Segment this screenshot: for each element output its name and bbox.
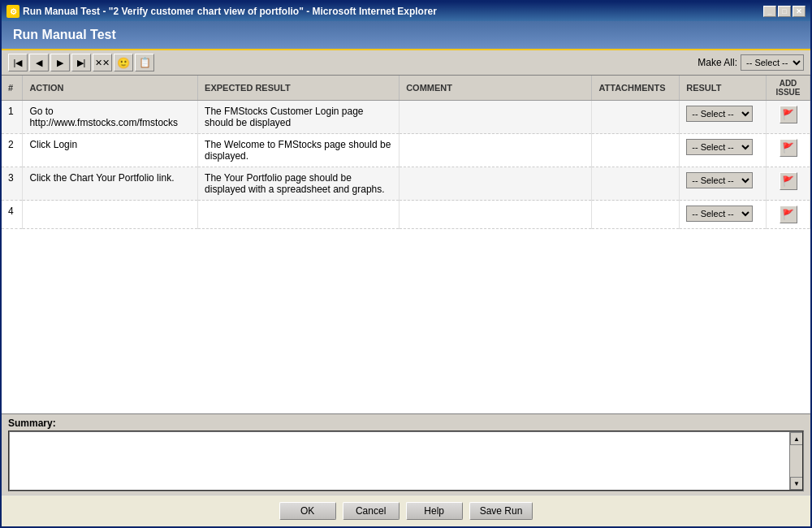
flag-icon: 🚩 xyxy=(782,209,794,220)
window-titlebar: ⚙ Run Manual Test - "2 Verify customer c… xyxy=(2,2,810,21)
summary-label: Summary: xyxy=(8,418,804,429)
maximize-button[interactable]: □ xyxy=(778,6,791,17)
col-header-action: ACTION xyxy=(23,76,198,101)
col-header-add-issue: ADDISSUE xyxy=(767,76,810,101)
cancel-button[interactable]: Cancel xyxy=(343,502,400,520)
row-num: 3 xyxy=(2,167,23,201)
close-button[interactable]: ✕ xyxy=(793,6,806,17)
row-action: Click the Chart Your Portfolio link. xyxy=(23,167,198,201)
row-attachments xyxy=(592,134,680,167)
summary-scroll-wrapper: ▲ ▼ xyxy=(8,431,804,491)
summary-section: Summary: ▲ ▼ xyxy=(2,414,810,495)
scroll-up-button[interactable]: ▲ xyxy=(790,432,803,445)
flag-icon: 🚩 xyxy=(782,175,794,187)
row-num: 2 xyxy=(2,134,23,167)
minimize-button[interactable]: _ xyxy=(763,6,776,17)
prev-button[interactable]: ◀ xyxy=(29,54,49,71)
row-expected: The Your Portfolio page should be displa… xyxy=(198,167,400,201)
result-select[interactable]: -- Select -- Pass Fail Blocked N/A xyxy=(686,172,753,188)
scroll-down-button[interactable]: ▼ xyxy=(790,477,803,490)
row-action xyxy=(23,201,198,229)
ok-button[interactable]: OK xyxy=(279,502,336,520)
row-result-cell: -- Select -- Pass Fail Blocked N/A xyxy=(680,167,767,201)
clipboard-button[interactable]: 📋 xyxy=(135,54,154,71)
row-attachments xyxy=(592,101,680,134)
app-title: Run Manual Test xyxy=(13,28,116,41)
flag-icon: 🚩 xyxy=(782,142,794,154)
row-result-cell: -- Select -- Pass Fail Blocked N/A xyxy=(680,134,767,167)
table-row: 2 Click Login The Welcome to FMStocks pa… xyxy=(2,134,810,167)
bottom-buttons: OK Cancel Help Save Run xyxy=(2,495,810,526)
app-titlebar: Run Manual Test xyxy=(2,21,810,50)
next-button[interactable]: ▶ xyxy=(50,54,70,71)
row-attachments xyxy=(592,201,680,229)
col-header-num: # xyxy=(2,76,23,101)
row-attachments xyxy=(592,167,680,201)
col-header-expected: EXPECTED RESULT xyxy=(198,76,400,101)
last-button[interactable]: ▶| xyxy=(71,54,91,71)
window-controls[interactable]: _ □ ✕ xyxy=(763,6,806,17)
summary-textarea[interactable] xyxy=(10,432,789,491)
row-action: Click Login xyxy=(23,134,198,167)
toolbar-right: Make All: -- Select -- Pass Fail Blocked… xyxy=(698,54,804,71)
main-content: # ACTION EXPECTED RESULT COMMENT ATTACHM… xyxy=(2,76,810,414)
delete-button[interactable]: ✕✕ xyxy=(93,54,112,71)
row-expected: The Welcome to FMStocks page should be d… xyxy=(198,134,400,167)
test-steps-table: # ACTION EXPECTED RESULT COMMENT ATTACHM… xyxy=(2,76,810,229)
save-run-button[interactable]: Save Run xyxy=(469,502,533,520)
table-row: 3 Click the Chart Your Portfolio link. T… xyxy=(2,167,810,201)
col-header-attachments: ATTACHMENTS xyxy=(592,76,680,101)
help-button[interactable]: Help xyxy=(406,502,463,520)
row-result-cell: -- Select -- Pass Fail Blocked N/A xyxy=(680,201,767,229)
row-comment xyxy=(400,167,592,201)
result-select[interactable]: -- Select -- Pass Fail Blocked N/A xyxy=(686,139,753,155)
table-row: 4 -- Select -- Pass Fail Blocked N/A xyxy=(2,201,810,229)
row-expected: The FMStocks Customer Login page should … xyxy=(198,101,400,134)
add-issue-cell: 🚩 xyxy=(767,167,810,201)
toolbar-nav-buttons: |◀ ◀ ▶ ▶| ✕✕ 🙂 📋 xyxy=(8,54,154,71)
add-issue-button[interactable]: 🚩 xyxy=(780,172,797,190)
add-issue-button[interactable]: 🚩 xyxy=(780,206,797,223)
first-button[interactable]: |◀ xyxy=(8,54,28,71)
result-select[interactable]: -- Select -- Pass Fail Blocked N/A xyxy=(686,206,753,222)
toolbar: |◀ ◀ ▶ ▶| ✕✕ 🙂 📋 Make All: -- Select -- … xyxy=(2,50,810,76)
add-issue-button[interactable]: 🚩 xyxy=(780,106,797,123)
add-issue-cell: 🚩 xyxy=(767,101,810,134)
row-comment xyxy=(400,134,592,167)
row-num: 1 xyxy=(2,101,23,134)
col-header-result: RESULT xyxy=(680,76,767,101)
row-comment xyxy=(400,101,592,134)
smiley-button[interactable]: 🙂 xyxy=(114,54,133,71)
row-num: 4 xyxy=(2,201,23,229)
row-result-cell: -- Select -- Pass Fail Blocked N/A xyxy=(680,101,767,134)
add-issue-button[interactable]: 🚩 xyxy=(780,139,797,157)
add-issue-cell: 🚩 xyxy=(767,201,810,229)
summary-scrollbar[interactable]: ▲ ▼ xyxy=(789,432,802,490)
table-row: 1 Go to http://www.fmstocks.com/fmstocks… xyxy=(2,101,810,134)
make-all-select[interactable]: -- Select -- Pass Fail Blocked N/A xyxy=(741,54,804,71)
row-expected xyxy=(198,201,400,229)
row-action: Go to http://www.fmstocks.com/fmstocks xyxy=(23,101,198,134)
make-all-label: Make All: xyxy=(698,57,737,68)
window-icon: ⚙ xyxy=(6,5,19,18)
col-header-comment: COMMENT xyxy=(400,76,592,101)
flag-icon: 🚩 xyxy=(782,109,794,120)
window-title: Run Manual Test - "2 Verify customer cha… xyxy=(23,6,437,17)
row-comment xyxy=(400,201,592,229)
add-issue-cell: 🚩 xyxy=(767,134,810,167)
result-select[interactable]: -- Select -- Pass Fail Blocked N/A xyxy=(686,106,753,122)
